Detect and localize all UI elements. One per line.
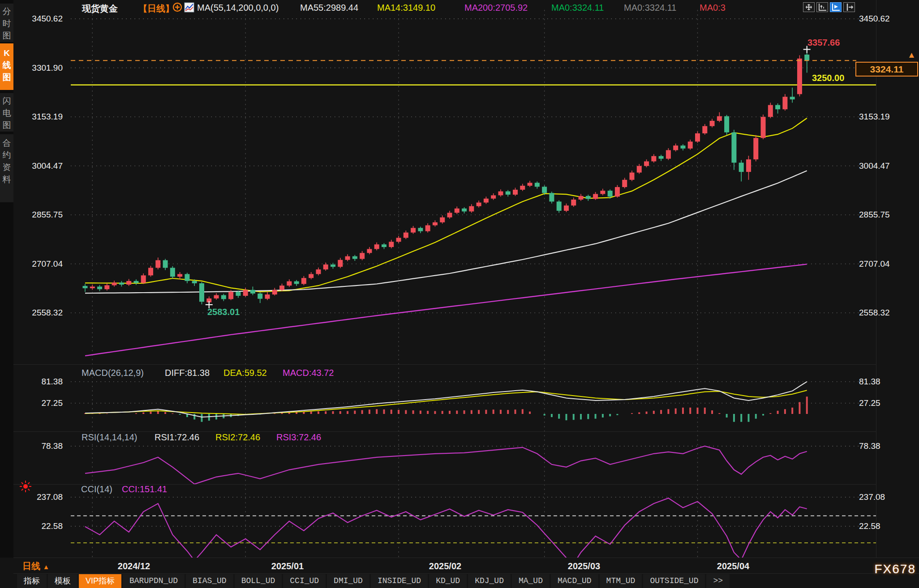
toolbar-button-KDJ_UD[interactable]: KDJ_UD <box>468 574 511 588</box>
sidebar-item-kline-chart[interactable]: K线图 <box>0 43 13 90</box>
candle <box>345 256 350 260</box>
candle <box>637 166 642 173</box>
circled-plus-icon[interactable] <box>172 2 183 15</box>
toolbar-button-INSIDE_UD[interactable]: INSIDE_UD <box>371 574 428 588</box>
panel-separator <box>13 364 876 365</box>
month-label: 2025/04 <box>717 561 749 571</box>
ma200-value: MA200:2705.92 <box>464 3 528 13</box>
toolbar-button-CCI_UD[interactable]: CCI_UD <box>283 574 326 588</box>
candle <box>382 244 386 247</box>
candle <box>112 283 117 285</box>
candle <box>579 196 584 200</box>
toolbar-button-BARUPDN_UD[interactable]: BARUPDN_UD <box>123 574 185 588</box>
candle <box>498 192 503 196</box>
rsi-title: RSI(14,14,14) <box>82 432 137 443</box>
candle <box>469 206 474 212</box>
toolbar-button-VIP[interactable]: VIP指标 <box>79 574 121 588</box>
rsi-tick: 78.38 <box>859 441 880 451</box>
candle <box>309 274 313 278</box>
panel-separator <box>13 431 876 432</box>
pan-tool-icon[interactable] <box>803 2 815 12</box>
toolbar-button-more[interactable]: 指标 <box>17 574 47 588</box>
macd-dea-line <box>85 390 807 414</box>
sidebar-item-label: 闪电图 <box>2 95 12 131</box>
candle <box>214 295 219 298</box>
price-tick: 3450.62 <box>32 14 63 24</box>
candle <box>608 191 613 196</box>
candle <box>586 196 591 199</box>
candle <box>630 173 635 180</box>
toolbar-button-MA_UD[interactable]: MA_UD <box>512 574 550 588</box>
candle <box>462 209 467 212</box>
candle <box>360 253 365 259</box>
candle <box>265 294 270 299</box>
candle <box>775 105 780 110</box>
price-tick: 2707.04 <box>859 259 890 269</box>
price-tick: 3153.19 <box>859 112 890 122</box>
sidebar-item-contract-info[interactable]: 合约资料 <box>0 134 13 202</box>
candle <box>126 281 131 285</box>
candle <box>761 117 766 138</box>
panel-separator <box>13 573 919 574</box>
candle <box>155 260 160 268</box>
toolbar-button-MTM_UD[interactable]: MTM_UD <box>600 574 642 588</box>
month-label: 2024/12 <box>118 561 150 571</box>
candle <box>228 292 233 299</box>
candle <box>615 187 620 196</box>
rsi1-value: RSI1:72.46 <box>155 432 199 443</box>
period-selector[interactable]: 日线 ▲ <box>22 560 49 572</box>
toolbar-button-more[interactable]: 模板 <box>48 574 77 588</box>
toolbar-button-MACD_UD[interactable]: MACD_UD <box>551 574 598 588</box>
toolbar-button-BOLL_UD[interactable]: BOLL_UD <box>235 574 282 588</box>
candle <box>250 290 255 294</box>
scroll-latest-arrow-icon[interactable]: ▲ <box>907 50 916 60</box>
period-tag[interactable]: 【日线】 <box>138 3 174 15</box>
candle <box>316 269 321 274</box>
toolbar-button-DMI_UD[interactable]: DMI_UD <box>327 574 369 588</box>
cci-tick: 22.58 <box>859 521 880 531</box>
candle <box>666 150 671 159</box>
candle <box>374 244 379 249</box>
rsi2-value: RSI2:72.46 <box>215 432 260 443</box>
toolbar-button-OUTSIDE_UD[interactable]: OUTSIDE_UD <box>643 574 705 588</box>
candle <box>433 222 438 226</box>
month-label: 2025/01 <box>271 561 304 571</box>
toolbar-button-more[interactable]: >> <box>706 574 730 588</box>
candle <box>279 285 284 290</box>
price-tick: 3153.19 <box>32 112 63 122</box>
rsi3-value: RSI3:72.46 <box>276 432 321 443</box>
candle <box>97 286 102 289</box>
candle <box>455 209 460 213</box>
candle <box>520 186 525 190</box>
candle <box>659 156 664 159</box>
candle <box>236 292 240 296</box>
candle <box>790 97 795 99</box>
price-tick: 2707.04 <box>32 259 63 269</box>
axis-scale-icon[interactable] <box>816 2 828 12</box>
candle <box>542 187 547 193</box>
candle <box>287 281 292 286</box>
candle <box>272 290 277 294</box>
candle <box>491 195 496 198</box>
cci-line <box>85 498 807 564</box>
cci-value: CCI:151.41 <box>122 484 167 494</box>
last-price-box[interactable]: 3324.11 <box>855 62 918 77</box>
mini-chart-icon[interactable] <box>184 2 194 15</box>
toolbar-button-KD_UD[interactable]: KD_UD <box>429 574 467 588</box>
auto-scroll-icon[interactable] <box>830 2 842 12</box>
candle <box>484 199 489 203</box>
macd-tick: 27.25 <box>41 398 63 408</box>
candle <box>396 238 401 242</box>
candle <box>404 233 408 238</box>
candle <box>440 217 445 222</box>
candle <box>731 132 736 163</box>
chart-canvas[interactable] <box>0 0 919 588</box>
toolbar-button-BIAS_UD[interactable]: BIAS_UD <box>186 574 233 588</box>
sidebar-item-lightning-chart[interactable]: 闪电图 <box>0 93 13 132</box>
date-axis: 2024/122025/012025/022025/032025/04 <box>13 558 919 573</box>
candle <box>141 275 146 283</box>
macd-dea-value: DEA:59.52 <box>223 368 267 378</box>
candle <box>717 116 722 121</box>
collapse-right-icon[interactable] <box>843 2 855 12</box>
candle <box>243 290 248 296</box>
